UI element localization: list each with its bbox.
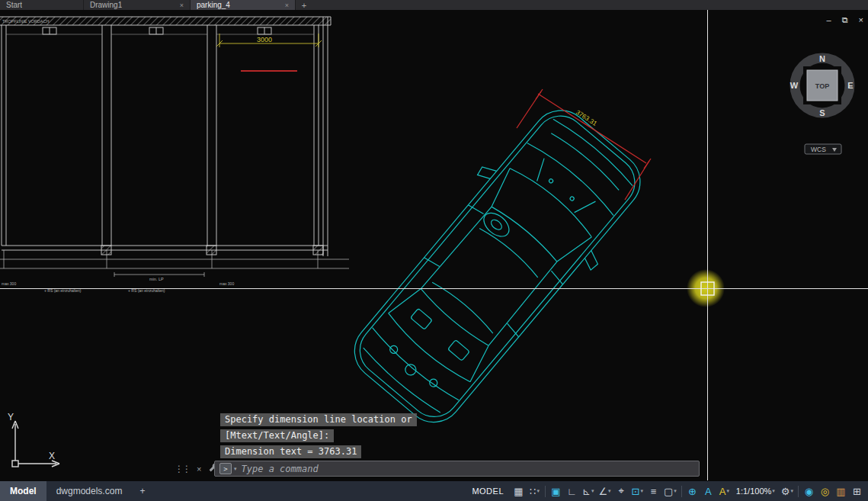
layout-tabs: Model dwgmodels.com + [0, 481, 152, 501]
wcs-dropdown[interactable]: WCS [805, 144, 841, 154]
file-tab-label: parking_4 [197, 1, 230, 9]
chevron-down-icon: ▾ [591, 488, 594, 494]
close-icon[interactable]: × [180, 2, 184, 9]
grid-display-icon[interactable]: ▦ [511, 481, 527, 501]
chevron-down-icon: ▾ [772, 488, 775, 494]
chevron-down-icon[interactable]: ▾ [234, 466, 237, 472]
status-toggles: MODEL ▦ ∷▾ ▣ ∟ ⊾▾ ∠▾ ⌖ ⊡▾ ≡ ▢▾ ⊕ A A▾ 1:… [465, 481, 868, 501]
file-tab-start[interactable]: Start [0, 0, 84, 10]
plan-top-note: TROPFLINIE VORDACH [2, 19, 49, 24]
plan-note-min-lp: min. LP [149, 277, 164, 281]
new-layout-button[interactable]: + [132, 481, 152, 501]
chevron-down-icon: ▾ [726, 488, 729, 494]
annotation-scale-button[interactable]: 1:1/100%▾ [732, 487, 779, 496]
annotation-autoscale-icon[interactable]: A▾ [716, 481, 732, 501]
ucs-x-label: X [49, 451, 55, 461]
infer-constraints-icon[interactable]: ▣ [548, 481, 564, 501]
hardware-acceleration-icon[interactable]: ◉ [801, 481, 817, 501]
parking-plan-drawing: TROPFLINIE VORDACH min. LP + RS (an einz… [0, 17, 349, 293]
command-history: Specify dimension line location or [Mtex… [220, 413, 417, 461]
graphics-performance-icon[interactable]: ▥ [833, 481, 849, 501]
chevron-down-icon: ▾ [608, 488, 611, 494]
command-history-line: [Mtext/Text/Angle]: [220, 429, 334, 442]
command-bar-tools: ⋮⋮ × [175, 463, 218, 474]
chevron-down-icon: ▾ [536, 488, 540, 494]
chevron-down-icon: ▾ [790, 488, 793, 494]
viewcube-south: S [819, 108, 825, 117]
chevron-down-icon: ▾ [674, 488, 677, 494]
viewcube-north: N [819, 54, 825, 63]
car-block[interactable] [332, 90, 662, 443]
autocad-window: Start Drawing1 × parking_4 × + – ⧉ × [0, 0, 868, 501]
polar-tracking-icon[interactable]: ⊾▾ [580, 481, 596, 501]
model-space-viewport[interactable]: TROPFLINIE VORDACH min. LP + RS (an einz… [0, 0, 868, 501]
command-prompt-icon: > [219, 463, 232, 474]
plan-note-max-right: max 300 [219, 281, 234, 286]
isometric-drafting-icon[interactable]: ∠▾ [596, 481, 613, 501]
snap-mode-icon[interactable]: ∷▾ [527, 481, 543, 501]
close-icon[interactable]: × [859, 16, 863, 24]
file-tab-parking4[interactable]: parking_4 × [191, 0, 296, 10]
viewcube[interactable]: N W E S TOP WCS [790, 54, 854, 154]
viewcube-face-label: TOP [815, 82, 829, 90]
file-tab-bar: Start Drawing1 × parking_4 × + [0, 0, 868, 10]
restore-icon[interactable]: ⧉ [842, 16, 848, 24]
status-bar: Model dwgmodels.com + MODEL ▦ ∷▾ ▣ ∟ ⊾▾ … [0, 481, 868, 501]
isolate-objects-icon[interactable]: ◎ [817, 481, 833, 501]
model-space-button[interactable]: MODEL [465, 487, 511, 496]
viewcube-west: W [790, 81, 799, 90]
file-tab-label: Drawing1 [90, 1, 122, 9]
layout-tab-dwgmodels[interactable]: dwgmodels.com [46, 481, 133, 501]
annotation-visibility-icon[interactable]: A [700, 481, 716, 501]
chevron-down-icon: ▾ [641, 488, 644, 494]
ortho-mode-icon[interactable]: ∟ [564, 481, 580, 501]
layout-tab-model[interactable]: Model [0, 481, 46, 501]
selection-cycling-icon[interactable]: ⊕ [684, 481, 700, 501]
workspace-gear-icon[interactable]: ⚙▾ [779, 481, 796, 501]
ucs-icon: Y X [8, 412, 59, 467]
command-input[interactable]: > ▾ Type a command [214, 461, 700, 477]
file-tab-label: Start [6, 1, 22, 9]
new-tab-button[interactable]: + [296, 0, 312, 10]
window-controls: – ⧉ × [827, 16, 863, 24]
clean-screen-icon[interactable]: ⊞ [849, 481, 865, 501]
viewcube-east: E [847, 81, 853, 90]
command-input-placeholder: Type a command [242, 464, 319, 474]
drag-handle-icon[interactable]: ⋮⋮ [175, 464, 190, 474]
wcs-label: WCS [811, 146, 826, 153]
plan-dimension-3000: 3000 [216, 34, 322, 47]
lineweight-icon[interactable]: ≡ [645, 481, 661, 501]
minimize-icon[interactable]: – [827, 16, 831, 24]
ucs-y-label: Y [8, 412, 14, 422]
plan-note-max-left: max 300 [2, 281, 16, 286]
file-tab-drawing1[interactable]: Drawing1 × [84, 0, 191, 10]
command-history-line: Specify dimension line location or [220, 413, 417, 426]
plan-dimension-text: 3000 [257, 36, 272, 43]
transparency-icon[interactable]: ▢▾ [661, 481, 679, 501]
object-snap-icon[interactable]: ⊡▾ [629, 481, 645, 501]
close-icon[interactable]: × [285, 2, 289, 9]
command-history-line: Dimension text = 3763.31 [220, 445, 361, 458]
close-icon[interactable]: × [197, 464, 201, 474]
object-snap-tracking-icon[interactable]: ⌖ [613, 481, 629, 501]
